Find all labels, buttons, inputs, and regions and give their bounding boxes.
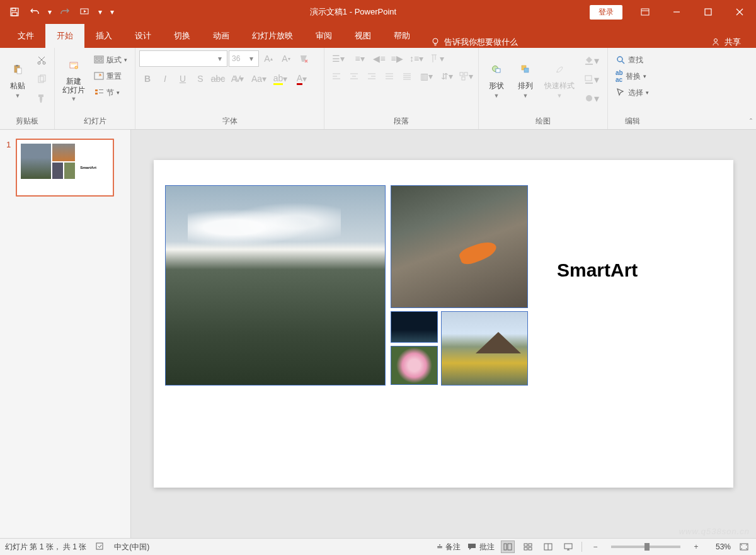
smartart-text[interactable]: SmartArt: [557, 260, 638, 281]
strikethrough-button[interactable]: abc: [210, 71, 226, 87]
tab-design[interactable]: 设计: [123, 24, 163, 48]
picture-koi[interactable]: [391, 185, 528, 308]
shape-effects-button[interactable]: ▾: [581, 89, 602, 107]
zoom-out-button[interactable]: −: [588, 541, 602, 553]
reading-view-button[interactable]: [541, 541, 555, 553]
arrange-button[interactable]: 排列▼: [512, 50, 539, 107]
ribbon-display-options-button[interactable]: [630, 0, 660, 24]
shape-outline-button[interactable]: ▾: [581, 71, 602, 88]
picture-village[interactable]: [441, 311, 528, 386]
slide[interactable]: SmartArt: [154, 160, 733, 488]
zoom-in-button[interactable]: +: [689, 541, 703, 553]
collapse-ribbon-button[interactable]: ˆ: [750, 118, 752, 127]
font-color-button[interactable]: A▾: [292, 71, 312, 87]
section-icon: [94, 88, 104, 98]
columns-button[interactable]: ▥▾: [416, 68, 437, 84]
text-direction-button[interactable]: ▾: [428, 50, 445, 67]
arrange-icon: [515, 59, 536, 79]
maximize-button[interactable]: [693, 0, 723, 24]
tab-slideshow[interactable]: 幻灯片放映: [241, 24, 304, 48]
save-button[interactable]: [5, 3, 24, 21]
convert-smartart-button[interactable]: ▾: [457, 68, 474, 84]
font-highlight-button[interactable]: ab▾: [270, 71, 290, 87]
decrease-indent-button[interactable]: ◀≡: [371, 50, 387, 67]
thumb-smartart-text: SmartArt: [80, 166, 96, 169]
copy-button[interactable]: [34, 71, 49, 88]
cut-button[interactable]: [34, 52, 49, 69]
minimize-button[interactable]: [662, 0, 692, 24]
thumbnail-item[interactable]: 1 SmartArt: [6, 139, 124, 197]
paste-button[interactable]: 粘贴 ▼: [4, 50, 32, 107]
picture-night[interactable]: [391, 311, 438, 343]
notes-button[interactable]: ≐ 备注: [437, 542, 461, 552]
close-button[interactable]: [724, 0, 755, 24]
redo-button[interactable]: [55, 3, 74, 21]
clear-formatting-button[interactable]: [295, 50, 312, 67]
underline-button[interactable]: U: [175, 71, 191, 87]
decrease-font-button[interactable]: A▾: [278, 50, 294, 67]
tab-review[interactable]: 审阅: [304, 24, 343, 48]
language-button[interactable]: 中文(中国): [114, 542, 149, 552]
distributed-button[interactable]: [399, 68, 415, 84]
increase-indent-button[interactable]: ≡▶: [389, 50, 405, 67]
picture-mountain[interactable]: [165, 185, 386, 386]
section-button[interactable]: 节 ▾: [91, 84, 130, 101]
slide-canvas-area[interactable]: SmartArt: [131, 130, 756, 538]
slide-sorter-view-button[interactable]: [521, 541, 535, 553]
tab-home[interactable]: 开始: [45, 24, 84, 48]
select-button[interactable]: 选择 ▾: [613, 84, 651, 101]
slideshow-view-button[interactable]: [561, 541, 575, 553]
shape-fill-button[interactable]: ▾: [581, 52, 602, 69]
align-center-button[interactable]: [346, 68, 362, 84]
quick-styles-button[interactable]: 快速样式▼: [541, 50, 578, 107]
align-text-button[interactable]: ⇵▾: [438, 68, 455, 84]
comments-button[interactable]: 批注: [467, 542, 495, 552]
login-button[interactable]: 登录: [590, 5, 622, 20]
font-size-combo[interactable]: 36▾: [229, 50, 259, 67]
group-editing: 查找 abac替换 ▾ 选择 ▾ 编辑: [608, 48, 656, 129]
customize-qat-button[interactable]: ▾: [108, 3, 117, 21]
bullets-button[interactable]: ☰▾: [328, 50, 348, 67]
font-family-combo[interactable]: ▾: [139, 50, 227, 67]
line-spacing-button[interactable]: ↕≡▾: [406, 50, 427, 67]
zoom-slider[interactable]: [611, 546, 680, 548]
tab-animations[interactable]: 动画: [202, 24, 241, 48]
bold-button[interactable]: B: [139, 71, 156, 87]
new-slide-button[interactable]: 新建 幻灯片 ▼: [59, 50, 89, 107]
normal-view-button[interactable]: [501, 541, 515, 553]
italic-button[interactable]: I: [157, 71, 173, 87]
tab-view[interactable]: 视图: [343, 24, 382, 48]
slide-counter[interactable]: 幻灯片 第 1 张， 共 1 张: [5, 542, 86, 552]
thumbnail-slide-1[interactable]: SmartArt: [16, 139, 114, 197]
tab-insert[interactable]: 插入: [84, 24, 123, 48]
fit-to-window-button[interactable]: [737, 541, 751, 553]
undo-button[interactable]: [25, 3, 44, 21]
char-spacing-button[interactable]: AV▾: [227, 71, 248, 87]
replace-button[interactable]: abac替换 ▾: [613, 68, 651, 84]
tell-me-search[interactable]: 告诉我你想要做什么: [421, 37, 527, 48]
undo-dropdown[interactable]: ▾: [45, 3, 54, 21]
numbering-button[interactable]: ≡▾: [350, 50, 370, 67]
zoom-level[interactable]: 53%: [709, 542, 731, 551]
picture-flower[interactable]: [391, 346, 438, 385]
layout-button[interactable]: 版式 ▾: [91, 52, 130, 68]
tab-transitions[interactable]: 切换: [163, 24, 202, 48]
shadow-button[interactable]: S: [192, 71, 209, 87]
group-font: ▾ 36▾ A▴ A▾ B I U S abc AV▾ Aa▾ ab▾ A▾ 字…: [135, 48, 324, 129]
find-button[interactable]: 查找: [613, 52, 651, 68]
reset-button[interactable]: 重置: [91, 68, 130, 84]
increase-font-button[interactable]: A▴: [260, 50, 277, 67]
align-left-button[interactable]: [328, 68, 345, 84]
start-from-beginning-button[interactable]: [76, 3, 94, 21]
slideshow-dropdown[interactable]: ▾: [96, 3, 105, 21]
align-right-button[interactable]: [364, 68, 380, 84]
justify-button[interactable]: [381, 68, 398, 84]
slide-thumbnail-pane[interactable]: 1 SmartArt: [0, 130, 131, 538]
spellcheck-button[interactable]: [95, 541, 105, 553]
shapes-button[interactable]: 形状▼: [483, 50, 510, 107]
tab-file[interactable]: 文件: [6, 24, 45, 48]
tab-help[interactable]: 帮助: [382, 24, 421, 48]
format-painter-button[interactable]: [34, 89, 49, 107]
change-case-button[interactable]: Aa▾: [249, 71, 269, 87]
share-button[interactable]: 共享: [711, 37, 756, 48]
